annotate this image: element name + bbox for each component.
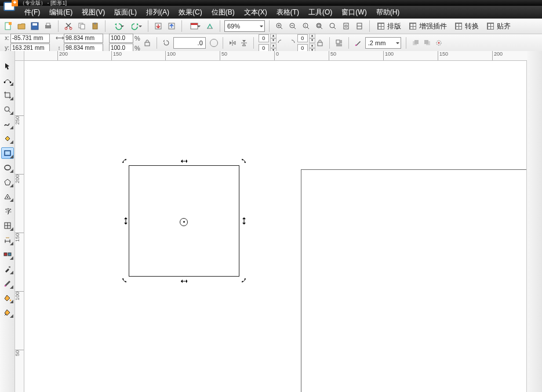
paste-button[interactable] [89,20,101,32]
corner1-field[interactable]: 0 [259,34,269,42]
zoom-tool[interactable] [1,104,14,115]
svg-rect-9 [46,23,50,26]
rotate-handle-sw[interactable] [121,277,128,284]
rectangle-tool[interactable] [1,147,14,159]
menu-text[interactable]: 文本(X) [239,6,272,19]
skew-handle-n[interactable] [180,158,187,165]
svg-rect-25 [318,24,320,27]
mirror-vertical-button[interactable] [239,38,249,48]
welcome-screen-button[interactable] [204,20,216,32]
corner2-field[interactable]: 0 [297,34,308,42]
typeset-button[interactable]: 排版 [374,20,404,32]
menu-arrange[interactable]: 排列(A) [141,6,174,19]
cut-button[interactable] [63,20,74,32]
corner-lock-button[interactable] [315,38,325,48]
ruler-vertical[interactable]: 250 200 150 100 50 [14,60,24,392]
wrap-text-button[interactable] [334,38,344,48]
convert-to-curves-button[interactable] [434,38,443,48]
export-button[interactable] [166,20,177,32]
pasteboard[interactable] [24,60,527,392]
ruler-tick: 50 [329,51,336,60]
scale-x-field[interactable]: 100.0 [109,34,133,43]
undo-button[interactable] [110,20,126,32]
svg-point-24 [317,23,321,28]
menu-window[interactable]: 窗口(W) [337,6,371,19]
skew-handle-e[interactable] [241,217,248,224]
skew-handle-w[interactable] [122,217,129,224]
snap-button[interactable]: 贴齐 [483,20,514,32]
shape-tool[interactable] [1,75,14,86]
separator [369,20,370,32]
basic-shapes-tool[interactable] [1,191,14,202]
rotate-handle-nw[interactable] [121,158,128,165]
ruler-origin[interactable] [14,51,24,61]
pick-tool[interactable] [1,60,14,72]
interactive-fill-tool[interactable] [1,307,14,318]
menu-bitmap[interactable]: 位图(B) [207,6,239,19]
outline-tool[interactable] [1,278,14,289]
x-position-field[interactable]: -85.731 mm [10,34,50,43]
interactive-tool[interactable] [1,249,14,260]
svg-rect-19 [191,23,198,25]
app-launcher-dropdown[interactable] [186,20,202,32]
enhance-plugin-button[interactable]: 增强插件 [406,20,450,32]
table-tool[interactable] [1,220,14,231]
copy-button[interactable] [76,20,88,32]
svg-point-52 [9,300,11,302]
redo-button[interactable] [128,20,144,32]
zoom-fit-icon[interactable] [327,20,339,32]
fill-tool[interactable] [1,292,14,304]
open-button[interactable] [16,20,27,32]
import-button[interactable] [152,20,164,32]
crop-tool[interactable] [1,89,14,101]
svg-rect-5 [9,22,12,25]
menu-tools[interactable]: 工具(O) [304,6,337,19]
zoom-out-icon[interactable] [287,20,299,32]
menu-table[interactable]: 表格(T) [272,6,304,19]
svg-point-33 [355,45,357,46]
zoom-selection-icon[interactable] [314,20,325,32]
ruler-tick: 100 [165,51,176,60]
mirror-horizontal-button[interactable] [228,38,237,48]
separator [269,20,270,32]
rotate-handle-se[interactable] [240,277,247,284]
zoom-actual-icon[interactable]: 1 [300,20,312,32]
separator [58,20,59,32]
text-tool[interactable]: 字 [1,205,14,217]
ruler-tick: 100 [14,291,24,300]
width-field[interactable]: 98.834 mm [64,34,103,43]
menu-help[interactable]: 帮助(H) [372,6,405,19]
workarea: 200 150 100 50 0 50 100 150 200 250 200 … [0,51,527,392]
skew-handle-s[interactable] [180,278,187,285]
save-button[interactable] [29,20,41,32]
zoom-level-combo[interactable]: 69% [224,20,265,32]
spin-arrows[interactable]: ▴▾ [309,34,314,43]
menu-file[interactable]: 件(F) [20,6,45,19]
smart-fill-tool[interactable] [1,133,14,144]
menu-edit[interactable]: 编辑(E) [45,6,77,19]
zoom-in-icon[interactable] [274,20,285,32]
zoom-page-icon[interactable] [340,20,352,32]
dimension-tool[interactable] [1,234,14,246]
ellipse-tool[interactable] [1,162,14,173]
selection-center-marker[interactable] [180,218,188,226]
lock-ratio-button[interactable] [143,38,152,48]
freehand-tool[interactable] [1,118,14,130]
menu-effects[interactable]: 效果(C) [174,6,207,19]
menu-layout[interactable]: 版面(L) [110,6,141,19]
ruler-horizontal[interactable]: 200 150 100 50 0 50 100 150 200 [24,51,527,61]
to-back-button[interactable] [423,38,432,48]
transform-button[interactable]: 转换 [452,20,482,32]
outline-width-combo[interactable]: .2 mm [365,37,401,49]
polygon-tool[interactable] [1,176,14,188]
rotate-handle-ne[interactable] [240,158,247,165]
to-front-button[interactable] [411,38,420,48]
new-button[interactable] [2,20,14,32]
menu-view[interactable]: 视图(V) [77,6,110,19]
rotation-field[interactable]: .0 [173,37,206,49]
eyedropper-tool[interactable] [1,263,14,275]
zoom-width-icon[interactable] [354,20,365,32]
color-palette-collapsed[interactable] [526,51,542,392]
spin-arrows[interactable]: ▴▾ [270,34,275,43]
print-button[interactable] [42,20,54,32]
